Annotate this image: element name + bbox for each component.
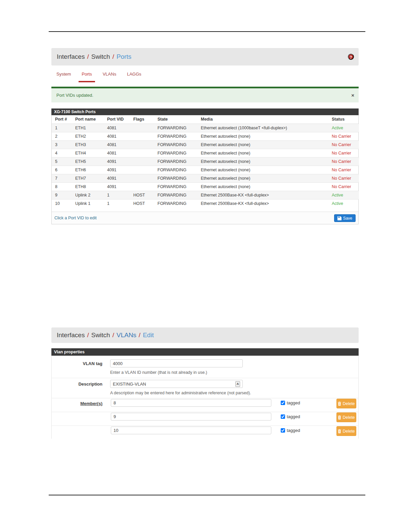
cell-media: Ethernet autoselect (1000baseT <full-dup… xyxy=(197,124,328,132)
cell-port: 2 xyxy=(52,132,72,140)
breadcrumb-ports[interactable]: Ports xyxy=(117,53,131,60)
status-badge: No Carrier xyxy=(328,157,359,166)
cell-vid[interactable]: 1 xyxy=(104,191,130,199)
description-input[interactable] xyxy=(110,380,243,388)
cell-flags xyxy=(130,132,154,140)
breadcrumb-interfaces[interactable]: Interfaces xyxy=(57,331,85,339)
tab-ports[interactable]: Ports xyxy=(82,69,92,83)
delete-member-button[interactable]: Delete xyxy=(336,412,356,422)
alert-message: Port VIDs updated. xyxy=(51,88,93,102)
status-badge: No Carrier xyxy=(328,149,359,157)
cell-vid[interactable]: 4081 xyxy=(104,140,130,149)
cell-port: 3 xyxy=(52,140,72,149)
status-badge: No Carrier xyxy=(328,174,359,182)
cell-flags xyxy=(130,124,154,132)
breadcrumb-separator: / xyxy=(85,53,91,60)
switch-tabs: System Ports VLANs LAGGs xyxy=(56,69,141,83)
breadcrumb-vlans[interactable]: VLANs xyxy=(117,331,136,339)
edit-port-vid-link[interactable]: Click a Port VID to edit xyxy=(52,212,97,224)
cell-vid[interactable]: 4081 xyxy=(104,124,130,132)
status-badge: No Carrier xyxy=(328,182,359,191)
col-status: Status xyxy=(328,115,359,124)
tagged-checkbox[interactable] xyxy=(281,428,285,433)
cell-name: ETH8 xyxy=(72,182,104,191)
cell-name: ETH5 xyxy=(72,157,104,166)
tab-system[interactable]: System xyxy=(56,69,71,83)
cell-port: 7 xyxy=(52,174,72,182)
cell-flags xyxy=(130,140,154,149)
table-row: 4ETH44081FORWARDINGEthernet autoselect (… xyxy=(52,149,359,157)
table-row: 1ETH14081FORWARDINGEthernet autoselect (… xyxy=(52,124,359,132)
table-row: 6ETH64091FORWARDINGEthernet autoselect (… xyxy=(52,166,359,174)
cell-vid[interactable]: 4091 xyxy=(104,166,130,174)
cell-state: FORWARDING xyxy=(154,140,197,149)
cell-flags xyxy=(130,182,154,191)
member-port-input[interactable] xyxy=(111,427,271,434)
vlan-tag-input[interactable] xyxy=(110,359,243,367)
breadcrumb-edit[interactable]: Edit xyxy=(143,331,154,339)
vlan-tag-help: Enter a VLAN ID number (that is not alre… xyxy=(110,370,207,375)
panel-title: XG-7100 Switch Ports xyxy=(51,108,359,115)
table-row: 2ETH24081FORWARDINGEthernet autoselect (… xyxy=(52,132,359,140)
cell-vid[interactable]: 4081 xyxy=(104,132,130,140)
cell-state: FORWARDING xyxy=(154,149,197,157)
tab-laggs[interactable]: LAGGs xyxy=(127,69,141,83)
breadcrumb: Interfaces / Switch / VLANs / Edit xyxy=(51,327,359,343)
delete-member-button[interactable]: Delete xyxy=(336,399,356,408)
cell-flags xyxy=(130,166,154,174)
table-row: 5ETH54091FORWARDINGEthernet autoselect (… xyxy=(52,157,359,166)
cell-name: ETH2 xyxy=(72,132,104,140)
delete-button-label: Delete xyxy=(342,429,355,434)
cell-state: FORWARDING xyxy=(154,124,197,132)
cell-state: FORWARDING xyxy=(154,199,197,208)
cell-port: 10 xyxy=(52,199,72,208)
row-divider xyxy=(51,412,359,412)
breadcrumb-separator: / xyxy=(136,331,143,339)
col-media: Media xyxy=(197,115,328,124)
trash-icon xyxy=(338,402,341,406)
breadcrumb-interfaces[interactable]: Interfaces xyxy=(57,53,85,60)
table-header-row: Port # Port name Port VID Flags State Me… xyxy=(52,115,359,124)
member-port-input[interactable] xyxy=(111,413,271,420)
cell-flags xyxy=(130,157,154,166)
cell-media: Ethernet autoselect (none) xyxy=(197,166,328,174)
cell-vid[interactable]: 1 xyxy=(104,199,130,208)
breadcrumb: Interfaces / Switch / Ports ? xyxy=(51,48,359,65)
delete-member-button[interactable]: Delete xyxy=(336,426,356,436)
breadcrumb-switch[interactable]: Switch xyxy=(91,331,110,339)
page-bottom-rule xyxy=(49,495,365,495)
cell-media: Ethernet autoselect (none) xyxy=(197,157,328,166)
cell-vid[interactable]: 4091 xyxy=(104,174,130,182)
trash-icon xyxy=(338,429,341,433)
col-flags: Flags xyxy=(130,115,154,124)
cell-state: FORWARDING xyxy=(154,174,197,182)
cell-name: ETH6 xyxy=(72,166,104,174)
cell-name: ETH3 xyxy=(72,140,104,149)
status-badge: No Carrier xyxy=(328,132,359,140)
tagged-checkbox[interactable] xyxy=(281,414,285,419)
tagged-checkbox[interactable] xyxy=(281,401,285,405)
cell-flags: HOST xyxy=(130,199,154,208)
cell-vid[interactable]: 4081 xyxy=(104,149,130,157)
cell-media: Ethernet 2500Base-KX <full-duplex> xyxy=(197,191,328,199)
cell-state: FORWARDING xyxy=(154,166,197,174)
cell-media: Ethernet autoselect (none) xyxy=(197,174,328,182)
cell-name: Uplink 1 xyxy=(72,199,104,208)
success-alert: Port VIDs updated. × xyxy=(51,87,359,102)
table-row: 8ETH84091FORWARDINGEthernet autoselect (… xyxy=(52,182,359,191)
col-state: State xyxy=(154,115,197,124)
save-button[interactable]: Save xyxy=(334,214,356,222)
cell-vid[interactable]: 4091 xyxy=(104,182,130,191)
member-port-input[interactable] xyxy=(111,399,271,407)
help-icon[interactable]: ? xyxy=(348,54,354,60)
cell-port: 9 xyxy=(52,191,72,199)
cell-port: 4 xyxy=(52,149,72,157)
cell-vid[interactable]: 4091 xyxy=(104,157,130,166)
close-icon[interactable]: × xyxy=(351,92,354,98)
vlan-tag-label: VLAN tag xyxy=(58,361,102,366)
tab-vlans[interactable]: VLANs xyxy=(103,69,116,83)
cell-media: Ethernet 2500Base-KX <full-duplex> xyxy=(197,199,328,208)
tagged-label: tagged xyxy=(287,400,300,405)
breadcrumb-switch[interactable]: Switch xyxy=(91,53,110,60)
switch-ports-table: Port # Port name Port VID Flags State Me… xyxy=(52,115,359,208)
